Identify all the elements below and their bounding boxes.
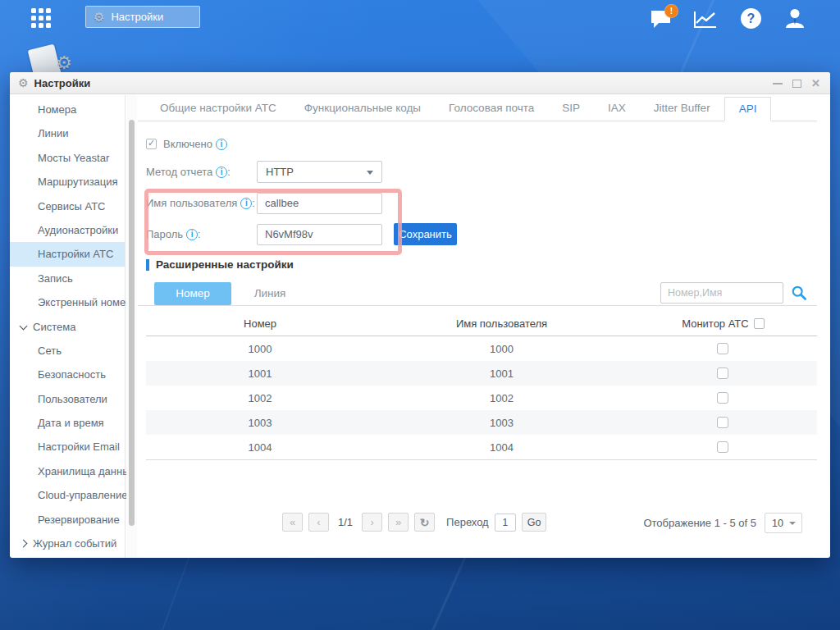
table-row[interactable]: 1003 1003	[146, 410, 817, 435]
sidebar-item-emergency-number[interactable]: Экстренный номер	[10, 290, 125, 314]
sidebar-item-security[interactable]: Безопасность	[10, 363, 125, 386]
sidebar-item-audio[interactable]: Аудионастройки	[10, 218, 125, 242]
resource-monitor-icon[interactable]	[693, 10, 718, 32]
sidebar-item-trunks[interactable]: Линии	[10, 121, 125, 145]
gear-icon: ⚙	[56, 52, 72, 74]
gear-icon: ⚙	[18, 76, 29, 89]
row-checkbox[interactable]	[717, 441, 728, 453]
subtab-trunk[interactable]: Линия	[231, 282, 308, 305]
person-icon	[783, 7, 806, 29]
report-method-label: Метод отчетаi:	[146, 166, 257, 178]
search-input[interactable]	[660, 282, 783, 304]
column-header-number: Номер	[146, 317, 374, 330]
sidebar-group-system[interactable]: Система	[10, 315, 125, 339]
notifications-icon[interactable]: !	[650, 9, 672, 30]
enabled-checkbox[interactable]	[146, 139, 157, 149]
chevron-right-icon	[20, 540, 28, 548]
username-label: Имя пользователяi:	[146, 197, 257, 209]
password-input[interactable]	[257, 224, 382, 245]
sidebar-group-event-log[interactable]: Журнал событий	[10, 532, 125, 555]
first-page-button[interactable]: «	[282, 513, 303, 532]
refresh-icon[interactable]: ↻	[414, 513, 435, 532]
select-all-checkbox[interactable]	[754, 318, 765, 329]
window-titlebar[interactable]: ⚙ Настройки ✕	[10, 72, 830, 94]
sidebar: Номера Линии Мосты Yeastar Маршрутизация…	[10, 95, 126, 558]
tab-voicemail[interactable]: Голосовая почта	[435, 97, 548, 121]
subtab-extension[interactable]: Номер	[154, 282, 231, 305]
report-method-select[interactable]: HTTP	[257, 161, 382, 183]
table-row[interactable]: 1004 1004	[146, 435, 817, 459]
info-icon[interactable]: i	[240, 198, 252, 209]
extensions-table: Номер Имя пользователя Монитор АТС 1000 …	[146, 312, 817, 460]
table-row[interactable]: 1000 1000	[146, 336, 817, 361]
prev-page-button[interactable]: ‹	[308, 513, 329, 532]
username-input[interactable]	[257, 193, 382, 214]
chevron-down-icon	[20, 322, 28, 330]
close-button[interactable]: ✕	[811, 78, 820, 89]
info-icon[interactable]: i	[216, 139, 227, 150]
dropdown-arrow-icon	[367, 171, 373, 175]
search-icon[interactable]	[791, 285, 807, 301]
sidebar-item-email-settings[interactable]: Настройки Email	[10, 435, 125, 459]
sidebar-item-users[interactable]: Пользователи	[10, 387, 125, 411]
info-icon[interactable]: i	[216, 167, 227, 178]
table-row[interactable]: 1001 1001	[146, 361, 817, 386]
gear-icon: ⚙	[94, 10, 104, 25]
tab-feature-codes[interactable]: Функциональные коды	[290, 97, 435, 121]
app-grid-icon[interactable]	[31, 8, 51, 28]
maximize-button[interactable]	[792, 80, 801, 88]
sidebar-item-storage[interactable]: Хранилища данных	[10, 459, 125, 483]
tab-bar: Общие настройки АТС Функциональные коды …	[138, 97, 817, 121]
sidebar-item-date-time[interactable]: Дата и время	[10, 411, 125, 435]
save-button[interactable]: Сохранить	[394, 223, 457, 245]
sidebar-scrollbar[interactable]	[126, 95, 137, 558]
password-label: Парольi:	[146, 228, 257, 240]
row-checkbox[interactable]	[717, 368, 728, 379]
sidebar-item-backup[interactable]: Резервирование	[10, 508, 125, 532]
scrollbar-thumb[interactable]	[129, 120, 135, 526]
main-content: Общие настройки АТС Функциональные коды …	[138, 95, 817, 558]
row-checkbox[interactable]	[717, 417, 728, 428]
section-title: Расширенные настройки	[156, 258, 294, 271]
table-header-row: Номер Имя пользователя Монитор АТС	[146, 312, 817, 336]
row-checkbox[interactable]	[717, 343, 728, 354]
minimize-button[interactable]	[773, 83, 783, 84]
info-icon[interactable]: i	[186, 229, 198, 240]
user-account-icon[interactable]	[783, 7, 806, 32]
next-page-button[interactable]: ›	[362, 513, 382, 532]
enabled-label: Включено	[163, 138, 212, 150]
settings-window: ⚙ Настройки ✕ Номера Линии Мосты Yeastar…	[10, 72, 830, 558]
sidebar-item-cloud[interactable]: Cloud-управление	[10, 483, 125, 507]
window-title: Настройки	[34, 77, 91, 89]
sidebar-item-network[interactable]: Сеть	[10, 339, 125, 363]
sidebar-item-extensions[interactable]: Номера	[10, 98, 125, 121]
help-icon[interactable]: ?	[741, 8, 761, 29]
sidebar-item-recording[interactable]: Запись	[10, 267, 125, 290]
sidebar-item-pbx-services[interactable]: Сервисы АТС	[10, 194, 125, 218]
taskbar-settings-label: Настройки	[111, 11, 163, 23]
go-button[interactable]: Go	[522, 513, 546, 532]
goto-page-input[interactable]	[495, 514, 516, 532]
display-range-text: Отображение 1 - 5 of 5	[643, 517, 756, 529]
dropdown-arrow-icon	[789, 522, 796, 525]
row-checkbox[interactable]	[717, 392, 728, 404]
column-header-username: Имя пользователя	[374, 317, 629, 330]
line-chart-icon	[693, 10, 718, 29]
tab-iax[interactable]: IAX	[594, 97, 640, 121]
tab-sip[interactable]: SIP	[548, 97, 594, 121]
tab-api[interactable]: API	[724, 97, 772, 121]
advanced-settings-section-header: Расширенные настройки	[146, 258, 294, 271]
sidebar-item-pbx-settings[interactable]: Настройки АТС	[10, 242, 125, 266]
tab-general-pbx[interactable]: Общие настройки АТС	[146, 97, 290, 121]
pagination-bar: « ‹ 1/1 › » ↻ Переход Go Отображение 1 -…	[138, 511, 817, 534]
tab-jitter-buffer[interactable]: Jitter Buffer	[640, 97, 724, 121]
taskbar-settings-button[interactable]: ⚙ Настройки	[85, 6, 200, 28]
sub-tab-bar: Номер Линия	[138, 282, 817, 306]
sidebar-item-yeastar-bridges[interactable]: Мосты Yeastar	[10, 146, 125, 170]
last-page-button[interactable]: »	[388, 513, 409, 532]
page-size-select[interactable]: 10	[765, 513, 802, 533]
goto-label: Переход	[446, 516, 489, 528]
sidebar-item-routing[interactable]: Маршрутизация	[10, 170, 125, 194]
table-row[interactable]: 1002 1002	[146, 386, 817, 410]
desktop-background: ⚙ Настройки ! ? ⚙ ⚙ Настройки	[0, 0, 840, 630]
